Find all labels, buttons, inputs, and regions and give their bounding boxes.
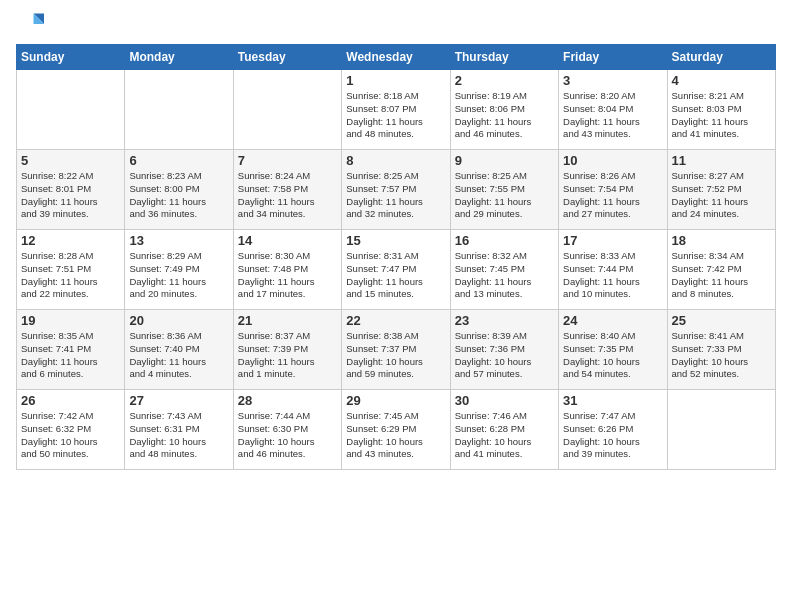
calendar-cell: 2Sunrise: 8:19 AM Sunset: 8:06 PM Daylig… [450,70,558,150]
day-info: Sunrise: 8:35 AM Sunset: 7:41 PM Dayligh… [21,330,120,381]
day-info: Sunrise: 8:29 AM Sunset: 7:49 PM Dayligh… [129,250,228,301]
day-number: 8 [346,153,445,168]
day-number: 18 [672,233,771,248]
day-info: Sunrise: 8:31 AM Sunset: 7:47 PM Dayligh… [346,250,445,301]
day-info: Sunrise: 8:28 AM Sunset: 7:51 PM Dayligh… [21,250,120,301]
calendar-cell: 19Sunrise: 8:35 AM Sunset: 7:41 PM Dayli… [17,310,125,390]
day-number: 19 [21,313,120,328]
day-number: 12 [21,233,120,248]
calendar-header-cell: Wednesday [342,45,450,70]
day-number: 15 [346,233,445,248]
calendar-cell: 27Sunrise: 7:43 AM Sunset: 6:31 PM Dayli… [125,390,233,470]
calendar-header-cell: Thursday [450,45,558,70]
calendar-cell: 29Sunrise: 7:45 AM Sunset: 6:29 PM Dayli… [342,390,450,470]
day-info: Sunrise: 8:20 AM Sunset: 8:04 PM Dayligh… [563,90,662,141]
calendar-cell: 4Sunrise: 8:21 AM Sunset: 8:03 PM Daylig… [667,70,775,150]
calendar-cell: 13Sunrise: 8:29 AM Sunset: 7:49 PM Dayli… [125,230,233,310]
day-number: 29 [346,393,445,408]
day-info: Sunrise: 8:25 AM Sunset: 7:55 PM Dayligh… [455,170,554,221]
day-info: Sunrise: 8:19 AM Sunset: 8:06 PM Dayligh… [455,90,554,141]
calendar-cell: 15Sunrise: 8:31 AM Sunset: 7:47 PM Dayli… [342,230,450,310]
calendar-cell: 26Sunrise: 7:42 AM Sunset: 6:32 PM Dayli… [17,390,125,470]
calendar-cell: 18Sunrise: 8:34 AM Sunset: 7:42 PM Dayli… [667,230,775,310]
calendar-cell: 3Sunrise: 8:20 AM Sunset: 8:04 PM Daylig… [559,70,667,150]
calendar-cell: 31Sunrise: 7:47 AM Sunset: 6:26 PM Dayli… [559,390,667,470]
calendar-body: 1Sunrise: 8:18 AM Sunset: 8:07 PM Daylig… [17,70,776,470]
calendar-cell: 1Sunrise: 8:18 AM Sunset: 8:07 PM Daylig… [342,70,450,150]
day-info: Sunrise: 8:23 AM Sunset: 8:00 PM Dayligh… [129,170,228,221]
day-number: 17 [563,233,662,248]
day-number: 22 [346,313,445,328]
day-number: 23 [455,313,554,328]
calendar-cell: 21Sunrise: 8:37 AM Sunset: 7:39 PM Dayli… [233,310,341,390]
calendar-cell: 10Sunrise: 8:26 AM Sunset: 7:54 PM Dayli… [559,150,667,230]
calendar-cell: 22Sunrise: 8:38 AM Sunset: 7:37 PM Dayli… [342,310,450,390]
logo-icon [16,10,44,38]
day-number: 25 [672,313,771,328]
day-info: Sunrise: 7:43 AM Sunset: 6:31 PM Dayligh… [129,410,228,461]
calendar-week-row: 19Sunrise: 8:35 AM Sunset: 7:41 PM Dayli… [17,310,776,390]
calendar: SundayMondayTuesdayWednesdayThursdayFrid… [16,44,776,470]
calendar-cell: 20Sunrise: 8:36 AM Sunset: 7:40 PM Dayli… [125,310,233,390]
day-info: Sunrise: 8:25 AM Sunset: 7:57 PM Dayligh… [346,170,445,221]
day-number: 27 [129,393,228,408]
day-number: 6 [129,153,228,168]
calendar-cell: 14Sunrise: 8:30 AM Sunset: 7:48 PM Dayli… [233,230,341,310]
calendar-header-cell: Sunday [17,45,125,70]
day-info: Sunrise: 8:21 AM Sunset: 8:03 PM Dayligh… [672,90,771,141]
calendar-cell: 7Sunrise: 8:24 AM Sunset: 7:58 PM Daylig… [233,150,341,230]
day-number: 20 [129,313,228,328]
day-info: Sunrise: 7:47 AM Sunset: 6:26 PM Dayligh… [563,410,662,461]
calendar-cell: 11Sunrise: 8:27 AM Sunset: 7:52 PM Dayli… [667,150,775,230]
day-info: Sunrise: 8:38 AM Sunset: 7:37 PM Dayligh… [346,330,445,381]
calendar-cell: 8Sunrise: 8:25 AM Sunset: 7:57 PM Daylig… [342,150,450,230]
calendar-cell [17,70,125,150]
day-info: Sunrise: 8:30 AM Sunset: 7:48 PM Dayligh… [238,250,337,301]
day-number: 9 [455,153,554,168]
calendar-cell: 30Sunrise: 7:46 AM Sunset: 6:28 PM Dayli… [450,390,558,470]
day-number: 13 [129,233,228,248]
calendar-cell: 24Sunrise: 8:40 AM Sunset: 7:35 PM Dayli… [559,310,667,390]
day-number: 5 [21,153,120,168]
day-number: 16 [455,233,554,248]
calendar-cell [125,70,233,150]
calendar-cell: 16Sunrise: 8:32 AM Sunset: 7:45 PM Dayli… [450,230,558,310]
calendar-cell [233,70,341,150]
calendar-cell: 28Sunrise: 7:44 AM Sunset: 6:30 PM Dayli… [233,390,341,470]
day-info: Sunrise: 7:45 AM Sunset: 6:29 PM Dayligh… [346,410,445,461]
day-info: Sunrise: 8:22 AM Sunset: 8:01 PM Dayligh… [21,170,120,221]
day-number: 24 [563,313,662,328]
calendar-cell: 5Sunrise: 8:22 AM Sunset: 8:01 PM Daylig… [17,150,125,230]
calendar-cell: 9Sunrise: 8:25 AM Sunset: 7:55 PM Daylig… [450,150,558,230]
day-info: Sunrise: 8:32 AM Sunset: 7:45 PM Dayligh… [455,250,554,301]
day-number: 2 [455,73,554,88]
calendar-header-row: SundayMondayTuesdayWednesdayThursdayFrid… [17,45,776,70]
calendar-header-cell: Monday [125,45,233,70]
day-info: Sunrise: 8:34 AM Sunset: 7:42 PM Dayligh… [672,250,771,301]
calendar-cell: 6Sunrise: 8:23 AM Sunset: 8:00 PM Daylig… [125,150,233,230]
day-number: 3 [563,73,662,88]
calendar-header-cell: Tuesday [233,45,341,70]
day-number: 21 [238,313,337,328]
day-number: 1 [346,73,445,88]
day-number: 30 [455,393,554,408]
day-info: Sunrise: 7:46 AM Sunset: 6:28 PM Dayligh… [455,410,554,461]
day-number: 11 [672,153,771,168]
calendar-week-row: 26Sunrise: 7:42 AM Sunset: 6:32 PM Dayli… [17,390,776,470]
day-info: Sunrise: 7:42 AM Sunset: 6:32 PM Dayligh… [21,410,120,461]
calendar-cell: 23Sunrise: 8:39 AM Sunset: 7:36 PM Dayli… [450,310,558,390]
calendar-cell [667,390,775,470]
day-number: 7 [238,153,337,168]
day-info: Sunrise: 8:24 AM Sunset: 7:58 PM Dayligh… [238,170,337,221]
day-info: Sunrise: 8:41 AM Sunset: 7:33 PM Dayligh… [672,330,771,381]
page: SundayMondayTuesdayWednesdayThursdayFrid… [0,0,792,612]
calendar-week-row: 12Sunrise: 8:28 AM Sunset: 7:51 PM Dayli… [17,230,776,310]
day-info: Sunrise: 8:18 AM Sunset: 8:07 PM Dayligh… [346,90,445,141]
calendar-cell: 25Sunrise: 8:41 AM Sunset: 7:33 PM Dayli… [667,310,775,390]
day-info: Sunrise: 8:36 AM Sunset: 7:40 PM Dayligh… [129,330,228,381]
calendar-header-cell: Saturday [667,45,775,70]
logo [16,10,48,38]
day-info: Sunrise: 8:40 AM Sunset: 7:35 PM Dayligh… [563,330,662,381]
day-number: 10 [563,153,662,168]
calendar-header-cell: Friday [559,45,667,70]
